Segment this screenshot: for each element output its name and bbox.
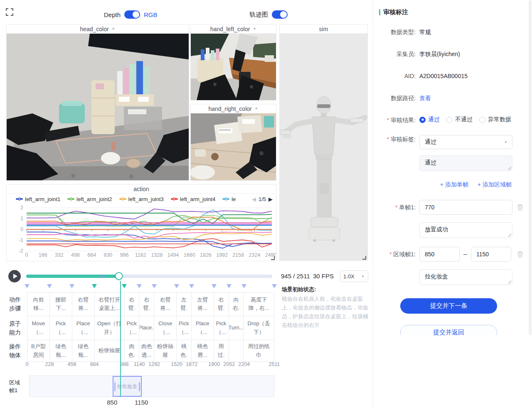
step-marker-active[interactable] [122,284,127,288]
review-tag-note[interactable]: 通过 [419,155,512,171]
step-marker[interactable] [174,284,179,288]
playback-slider[interactable] [26,275,272,278]
trajectory-toggle[interactable] [272,10,288,19]
hand-left-camera-title[interactable]: hand_left_color ▼ [191,25,276,34]
table-cell: Pick（... [124,316,139,340]
axis-tick-label: 1140 [134,361,145,367]
depth-label: Depth [104,11,121,18]
radio-icon [446,117,453,123]
depth-rgb-toggle[interactable] [124,10,140,19]
chevron-down-icon: ▼ [252,27,256,31]
table-cell: Drop（丢下） [244,316,274,340]
region-segment[interactable]: 拉化妆盒 [113,376,142,397]
data-path-label: 数据路径: [379,94,419,102]
data-type-label: 数据类型: [379,28,419,36]
review-tag-select[interactable]: 通过 ▼ [419,135,512,149]
hand-right-camera-title[interactable]: hand_right_color ▼ [191,104,276,113]
single-frame-marker-dot[interactable] [101,275,103,277]
step-marker[interactable] [47,284,52,288]
resize-handle-icon[interactable] [271,256,275,260]
region-end-input[interactable] [471,247,511,262]
table-cell: Place（... [192,316,214,340]
add-region-frame-link[interactable]: + 添加区域帧 [478,181,512,189]
step-marker[interactable] [212,284,217,288]
hand-right-title-label: hand_right_color [208,106,251,112]
hand-left-camera-panel: hand_left_color ▼ [190,24,276,101]
review-result-radio-selected[interactable]: 通过 [419,116,440,123]
action-line-chart[interactable]: 210-1-2016633249866483099611621328149416… [7,204,276,260]
submit-next-button[interactable]: 提交并下一条 [400,298,497,314]
step-marker[interactable] [69,284,74,288]
table-cell: Move（... [27,316,50,340]
svg-text:2: 2 [20,205,23,211]
aid-label: AID: [379,72,419,80]
step-marker[interactable] [189,284,194,288]
delete-single-frame-icon[interactable] [517,204,523,211]
svg-text:1: 1 [20,216,23,221]
resize-handle-icon[interactable] [362,256,366,260]
sim-panel: sim [279,24,368,261]
resize-grip-icon[interactable] [508,233,511,237]
step-marker[interactable] [137,284,142,288]
legend-item[interactable]: left_arm_joint3 [119,196,164,202]
table-cell: 向右. [229,292,244,316]
table-cell: 肉色. [124,340,139,361]
workspace-left: Depth RGB 轨迹图 head_color ▼ [0,0,373,410]
data-path-view-link[interactable]: 查看 [419,94,431,102]
speed-select[interactable]: 1.0X ▼ [340,270,368,282]
axis-tick-label: 988 [120,361,129,367]
step-marker-active[interactable] [92,284,97,288]
data-type-value: 常规 [419,28,431,36]
rgb-label: RGB [144,11,158,18]
region-start-input[interactable] [419,247,460,262]
region-frame-row-label: 区域帧1 [6,376,29,397]
delete-region-frame-icon[interactable] [517,251,523,258]
review-result-radio-option[interactable]: 不通过 [446,116,473,123]
resize-grip-icon[interactable] [508,280,511,284]
svg-text:0: 0 [25,252,28,258]
region-segment-left-handle[interactable] [114,382,116,391]
resize-grip-icon[interactable] [508,167,511,170]
svg-text:1494: 1494 [167,252,179,258]
review-result-radio-option[interactable]: 异常数据 [479,116,511,123]
head-camera-title[interactable]: head_color ▼ [7,25,189,34]
legend-item[interactable]: le [222,196,236,202]
step-marker[interactable] [241,284,246,288]
step-marker[interactable] [25,284,30,288]
playhead-line[interactable] [120,281,121,396]
scrollbar[interactable] [529,0,532,335]
legend-next-icon[interactable]: ▶ [268,196,273,202]
review-title: 审核标注 [379,8,526,16]
fullscreen-icon[interactable] [6,8,13,16]
table-cell: B户型房间 [27,340,50,361]
table-row: 动作步骤向前移...腰部下...右臂将...右臂打开桌面上...右臂.右臂.右臂… [6,292,276,316]
axis-tick-label: 2052 [223,361,235,367]
legend-item[interactable]: left_arm_joint1 [16,196,60,202]
region-segment-right-handle[interactable] [139,382,140,391]
slider-handle[interactable] [115,272,123,280]
single-frame-note[interactable]: 放置成功 [419,222,512,238]
region-track[interactable]: 拉化妆盒 [29,376,274,397]
table-cell: 右臂. [214,292,229,316]
play-button[interactable] [8,270,21,282]
sim-render [280,34,367,260]
single-frame-label: 单帧1: [379,200,419,211]
step-marker[interactable] [272,284,277,288]
legend-item[interactable]: left_arm_joint2 [67,196,112,202]
collector-row: 采集员: 李轶晨(liyichen) [379,50,526,58]
action-chart-panel: action left_arm_joint1left_arm_joint2lef… [6,184,276,261]
legend-prev-icon[interactable]: ◀ [252,196,256,202]
add-single-frame-link[interactable]: + 添加单帧 [440,181,468,189]
region-frame-note[interactable]: 拉化妆盒 [419,269,512,285]
review-result-label: 审核结果: [379,116,419,124]
submit-return-button[interactable]: 提交并返回 [400,325,497,335]
timeline-area: 动作步骤向前移...腰部下...右臂将...右臂打开桌面上...右臂.右臂.右臂… [6,282,276,407]
table-cell: 粉饼抽屉 [154,340,177,361]
step-marker[interactable] [227,284,232,288]
step-marker[interactable] [152,284,157,288]
legend-item[interactable]: left_arm_joint4 [171,196,215,202]
axis-tick-label: 1520 [171,361,182,367]
legend-page: 1/5 [259,196,266,202]
single-frame-input[interactable] [419,200,512,215]
chevron-down-icon: ▼ [254,107,259,110]
